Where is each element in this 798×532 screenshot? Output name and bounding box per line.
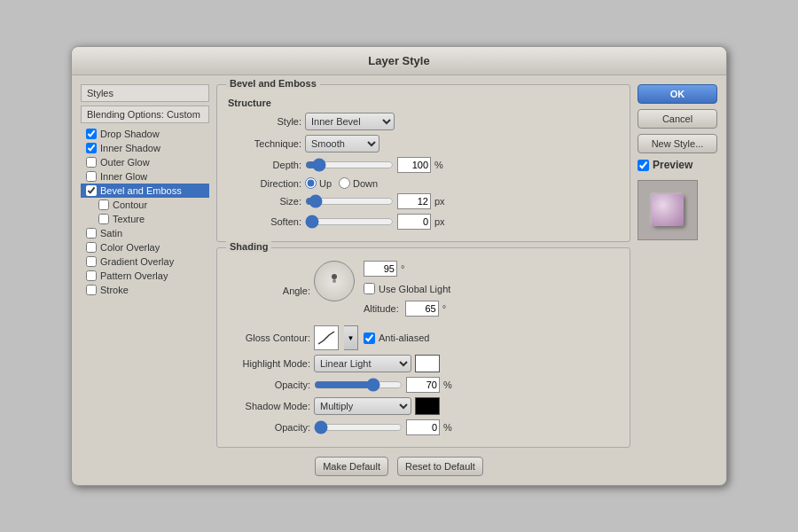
preview-checkbox[interactable] (638, 160, 649, 171)
sidebar-item-stroke[interactable]: Stroke (81, 283, 209, 297)
highlight-mode-row: Highlight Mode: Linear Light Normal Mult… (226, 355, 621, 372)
depth-slider-container: % (305, 157, 443, 173)
sidebar-item-label-inner-glow: Inner Glow (100, 171, 147, 182)
size-input[interactable] (397, 193, 431, 209)
shadow-mode-row: Shadow Mode: Multiply Normal Screen Over… (226, 397, 621, 415)
sidebar-item-checkbox-contour[interactable] (98, 200, 109, 210)
sidebar-item-checkbox-texture[interactable] (98, 214, 109, 224)
depth-input[interactable] (397, 157, 431, 173)
shadow-color-swatch[interactable] (415, 397, 440, 415)
sidebar-item-satin[interactable]: Satin (81, 226, 209, 240)
cancel-button[interactable]: Cancel (638, 109, 717, 129)
direction-down-radio[interactable] (339, 177, 350, 189)
highlight-mode-select[interactable]: Linear Light Normal Multiply Screen Over… (314, 355, 411, 372)
bevel-emboss-title: Bevel and Emboss (226, 78, 320, 89)
size-slider[interactable] (305, 196, 394, 207)
sidebar-item-label-stroke: Stroke (100, 285, 129, 295)
sidebar-item-texture[interactable]: Texture (81, 212, 209, 226)
blending-options-header[interactable]: Blending Options: Custom (81, 106, 209, 123)
direction-up-radio[interactable] (305, 177, 317, 189)
shadow-opacity-slider[interactable] (314, 422, 403, 433)
right-panel: OK Cancel New Style... Preview (638, 84, 717, 448)
direction-row: Direction: Up Down (226, 177, 621, 189)
sidebar-item-bevel-emboss[interactable]: Bevel and Emboss (81, 184, 209, 198)
sidebar-item-label-outer-glow: Outer Glow (100, 157, 150, 168)
highlight-opacity-label: Opacity: (226, 379, 310, 390)
ok-button[interactable]: OK (638, 84, 717, 104)
sidebar-item-gradient-overlay[interactable]: Gradient Overlay (81, 254, 209, 269)
highlight-opacity-input[interactable] (406, 377, 440, 393)
use-global-light-label: Use Global Light (379, 284, 450, 294)
sidebar-item-inner-shadow[interactable]: Inner Shadow (81, 141, 209, 155)
size-row: Size: px (226, 193, 621, 209)
bevel-emboss-section: Bevel and Emboss Structure Style: Inner … (216, 84, 630, 242)
sidebar-item-pattern-overlay[interactable]: Pattern Overlay (81, 269, 209, 283)
sidebar-item-checkbox-stroke[interactable] (86, 285, 97, 295)
sidebar-item-checkbox-drop-shadow[interactable] (86, 129, 97, 139)
sidebar-item-checkbox-bevel-emboss[interactable] (86, 185, 97, 196)
direction-down-text: Down (353, 178, 378, 189)
highlight-opacity-row: Opacity: % (226, 377, 621, 393)
sidebar-item-checkbox-pattern-overlay[interactable] (86, 270, 97, 281)
preview-label: Preview (653, 159, 692, 171)
technique-select[interactable]: Smooth Chisel Hard Chisel Soft (305, 135, 379, 153)
layer-items-list: Drop ShadowInner ShadowOuter GlowInner G… (81, 127, 209, 297)
contour-dropdown-btn[interactable]: ▼ (344, 325, 358, 350)
style-label: Style: (226, 116, 301, 127)
shadow-mode-select[interactable]: Multiply Normal Screen Overlay (314, 397, 411, 415)
sidebar-item-label-gradient-overlay: Gradient Overlay (100, 256, 174, 267)
size-slider-container: px (305, 193, 445, 209)
sidebar-item-checkbox-inner-glow[interactable] (86, 171, 97, 182)
shadow-opacity-row: Opacity: % (226, 419, 621, 435)
bottom-bar: Make Default Reset to Default (72, 457, 726, 485)
angle-wheel[interactable] (314, 261, 355, 301)
highlight-opacity-slider-container: % (314, 377, 452, 393)
style-row: Style: Inner Bevel Outer Bevel Emboss Pi… (226, 113, 621, 130)
angle-input-row: ° (364, 261, 450, 277)
styles-header[interactable]: Styles (81, 84, 209, 102)
sidebar-item-checkbox-color-overlay[interactable] (86, 242, 97, 253)
angle-label: Angle: (226, 286, 310, 296)
highlight-color-swatch[interactable] (415, 355, 440, 372)
depth-unit: % (434, 160, 443, 170)
sidebar-item-drop-shadow[interactable]: Drop Shadow (81, 127, 209, 141)
reset-default-button[interactable]: Reset to Default (397, 457, 483, 476)
technique-row: Technique: Smooth Chisel Hard Chisel Sof… (226, 135, 621, 153)
anti-aliased-checkbox[interactable] (364, 332, 375, 344)
highlight-opacity-unit: % (443, 379, 452, 390)
main-panel: Bevel and Emboss Structure Style: Inner … (216, 84, 630, 448)
sidebar-item-contour[interactable]: Contour (81, 198, 209, 212)
angle-col: ° Use Global Light Altitude: ° (364, 261, 450, 321)
use-global-light-checkbox[interactable] (364, 283, 375, 294)
angle-input[interactable] (364, 261, 397, 277)
sidebar-item-color-overlay[interactable]: Color Overlay (81, 240, 209, 254)
style-select[interactable]: Inner Bevel Outer Bevel Emboss Pillow Em… (305, 113, 395, 130)
size-unit: px (434, 196, 445, 207)
sidebar-item-inner-glow[interactable]: Inner Glow (81, 169, 209, 184)
sidebar-item-outer-glow[interactable]: Outer Glow (81, 155, 209, 169)
angle-section: ° Use Global Light Altitude: ° (314, 261, 450, 321)
direction-down-label[interactable]: Down (339, 177, 378, 189)
make-default-button[interactable]: Make Default (315, 457, 388, 476)
shadow-opacity-unit: % (443, 422, 452, 433)
depth-label: Depth: (226, 160, 301, 170)
shadow-opacity-input[interactable] (406, 419, 440, 435)
technique-label: Technique: (226, 138, 301, 149)
depth-slider[interactable] (305, 160, 394, 170)
sidebar-item-checkbox-inner-shadow[interactable] (86, 143, 97, 153)
gloss-contour-label: Gloss Contour: (226, 332, 310, 343)
soften-input[interactable] (397, 214, 431, 230)
contour-preview[interactable] (314, 325, 339, 350)
gloss-contour-controls: ▼ Anti-aliased (314, 325, 429, 350)
sidebar-item-checkbox-satin[interactable] (86, 228, 97, 239)
new-style-button[interactable]: New Style... (638, 134, 717, 153)
direction-up-label[interactable]: Up (305, 177, 332, 189)
sidebar-item-label-pattern-overlay: Pattern Overlay (100, 270, 168, 281)
soften-slider[interactable] (305, 216, 394, 227)
altitude-input[interactable] (405, 301, 439, 317)
sidebar-item-checkbox-outer-glow[interactable] (86, 157, 97, 168)
soften-label: Soften: (226, 216, 301, 227)
highlight-opacity-slider[interactable] (314, 379, 403, 390)
anti-aliased-row: Anti-aliased (364, 332, 429, 344)
sidebar-item-checkbox-gradient-overlay[interactable] (86, 256, 97, 267)
